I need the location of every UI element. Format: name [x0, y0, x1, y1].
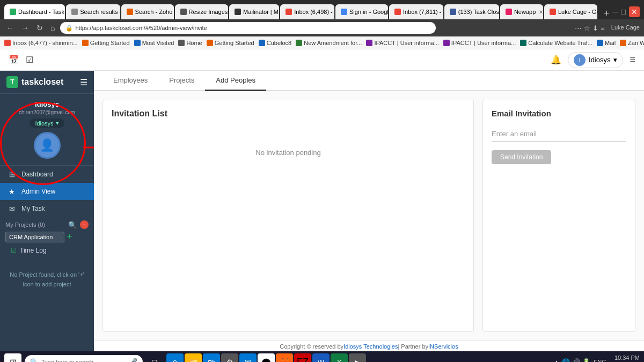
- project-name-input[interactable]: [5, 232, 64, 242]
- send-invitation-button[interactable]: Send Invitation: [492, 150, 551, 164]
- sidebar-item-dashboard[interactable]: ⊞ Dashboard: [0, 166, 94, 183]
- excel-app[interactable]: X: [331, 353, 348, 362]
- check-icon[interactable]: ☑: [26, 55, 33, 65]
- filezilla-app[interactable]: FZ: [294, 353, 311, 362]
- firefox-app[interactable]: 🦊: [276, 353, 293, 362]
- email-invitation-panel: Email Invitation Send Invitation: [482, 100, 635, 332]
- sidebar-toggle-button[interactable]: ☰: [80, 77, 87, 87]
- microphone-icon: 🎤: [128, 358, 137, 362]
- tab-luke[interactable]: Luke Cage - Goo... ✕: [544, 4, 597, 19]
- email-invitation-input[interactable]: [492, 127, 626, 142]
- start-button[interactable]: ⊞: [4, 353, 21, 362]
- forward-button[interactable]: →: [19, 23, 31, 33]
- tab-projects[interactable]: Projects: [158, 71, 205, 91]
- up-arrow-icon[interactable]: ▲: [553, 358, 560, 362]
- taskbar-search-box[interactable]: 🔍 Type here to search 🎤: [25, 355, 143, 362]
- bookmark-getting-started2[interactable]: Getting Started: [207, 40, 254, 46]
- bookmark-ipacct1[interactable]: IPACCT | User informa...: [366, 40, 438, 46]
- tab-zoho[interactable]: Search - Zoho M... ✕: [121, 4, 174, 19]
- tab-resize[interactable]: Resize Images O... ✕: [175, 4, 229, 19]
- tab-search-results[interactable]: Search results - s... ✕: [66, 4, 120, 19]
- calendar-icon[interactable]: 📅: [9, 55, 19, 65]
- tab-taskcloset[interactable]: (133) Task Closet ... ✕: [444, 4, 499, 19]
- no-invitation-message: No invitation pending: [112, 127, 465, 178]
- home-button[interactable]: ⌂: [48, 23, 57, 33]
- bookmark-inbox[interactable]: Inbox (6,477) - shinmin...: [4, 40, 78, 46]
- projects-label: My Projects (0): [5, 221, 45, 228]
- clock-time: 10:34 PM: [610, 354, 640, 362]
- bookmark-getting-started[interactable]: Getting Started: [82, 40, 130, 46]
- tab-mailinator[interactable]: Mailinator | Mai... ✕: [229, 4, 279, 19]
- remove-project-button[interactable]: −: [80, 220, 89, 229]
- file-explorer-app[interactable]: 📁: [185, 353, 202, 362]
- maximize-button[interactable]: □: [621, 8, 626, 16]
- chevron-down-icon: ▾: [613, 56, 617, 64]
- tab-employees[interactable]: Employees: [103, 71, 158, 91]
- company-name: Idiosys: [35, 120, 53, 127]
- logo-text: taskcloset: [21, 77, 63, 87]
- bookmark-mail[interactable]: Mail: [597, 40, 616, 46]
- volume-icon: 🔊: [572, 358, 580, 362]
- extensions-button[interactable]: ⋯: [575, 24, 582, 32]
- sidebar-nav: ⊞ Dashboard ★ Admin View ✉ My Task My Pr…: [0, 166, 94, 351]
- sidebar-company[interactable]: Idiosys ▾: [30, 119, 64, 128]
- tabs-bar: Employees Projects Add Peoples: [94, 71, 644, 91]
- bookmark-most-visited[interactable]: Most Visited: [134, 40, 174, 46]
- task-view-button[interactable]: ⊟: [146, 353, 163, 362]
- tab-inbox1[interactable]: Inbox (6,498) - sh... ✕: [280, 4, 334, 19]
- main-content: Employees Projects Add Peoples Invitatio…: [94, 71, 644, 351]
- new-tab-button[interactable]: +: [601, 8, 613, 19]
- close-button[interactable]: ✕: [629, 6, 640, 17]
- bookmark-button[interactable]: ☆: [584, 24, 590, 32]
- tab-favicon: [10, 9, 16, 15]
- search-projects-button[interactable]: 🔍: [68, 221, 77, 229]
- chrome-app[interactable]: ⬤: [258, 353, 275, 362]
- tab-favicon: [550, 9, 556, 15]
- taskbar: ⊞ 🔍 Type here to search 🎤 ⊟ e 📁 🛍 ⚙ ✉ ⬤ …: [0, 351, 644, 362]
- header-left: 📅 ☑: [9, 55, 33, 65]
- bookmark-traf[interactable]: Calculate Website Traf...: [520, 40, 592, 46]
- tab-favicon: [394, 9, 401, 15]
- footer-link-idiosys[interactable]: Idiosys Technologies: [343, 343, 398, 350]
- notification-button[interactable]: 🔔: [551, 55, 561, 65]
- sidebar-item-label: Admin View: [21, 188, 55, 195]
- tab-favicon: [450, 9, 456, 15]
- add-project-button[interactable]: +: [67, 231, 72, 242]
- tab-add-peoples[interactable]: Add Peoples: [205, 71, 266, 91]
- edge-app[interactable]: e: [166, 353, 184, 362]
- settings-app[interactable]: ⚙: [221, 353, 238, 362]
- bookmark-ipacct2[interactable]: IPACCT | User informa...: [443, 40, 516, 46]
- store-app[interactable]: 🛍: [203, 353, 220, 362]
- tab-dashboard[interactable]: Dashboard - Task Clo... ✕: [4, 4, 65, 19]
- menu-button[interactable]: ≡: [601, 24, 605, 32]
- terminal-app[interactable]: ▶: [349, 353, 366, 362]
- bookmark-home[interactable]: Home: [178, 40, 202, 46]
- language-indicator: ENG: [594, 359, 606, 362]
- tab-newapp[interactable]: Newapp ✕: [500, 4, 543, 19]
- star-icon: ★: [8, 187, 16, 196]
- download-button[interactable]: ⬇: [592, 24, 598, 32]
- user-pill[interactable]: I Idiosys ▾: [568, 52, 623, 68]
- footer-link-inservicios[interactable]: INServicios: [428, 343, 458, 350]
- bookmark-cubeloc8[interactable]: Cubeloc8: [259, 40, 291, 46]
- tab-favicon: [506, 9, 512, 15]
- reload-button[interactable]: ↻: [34, 23, 45, 33]
- word-app[interactable]: W: [312, 353, 330, 362]
- mail-app[interactable]: ✉: [239, 353, 257, 362]
- taskbar-clock: 10:34 PM 05-09-2019: [610, 354, 640, 362]
- header-menu-icon[interactable]: ≡: [630, 54, 635, 65]
- sidebar-item-my-task[interactable]: ✉ My Task: [0, 200, 94, 217]
- back-button[interactable]: ←: [4, 23, 16, 33]
- tab-signin[interactable]: Sign in - Google ... ✕: [335, 4, 388, 19]
- windows-icon: ⊞: [10, 357, 17, 363]
- tab-close[interactable]: ✕: [539, 9, 543, 15]
- bookmark-zari[interactable]: Zari Work Sarees, Onli...: [620, 40, 644, 46]
- bookmark-amendment[interactable]: New Amendment for...: [296, 40, 362, 46]
- sidebar-user: Idiosys chiran2007@gmail.com Idiosys ▾ 👤: [0, 94, 94, 166]
- sidebar-item-admin-view[interactable]: ★ Admin View: [0, 183, 94, 200]
- address-box[interactable]: 🔒 https://app.taskcloset.com/#/520/admin…: [60, 22, 436, 34]
- header-username: Idiosys: [589, 56, 610, 64]
- tab-inbox2[interactable]: Inbox (7,811) - ch... ✕: [389, 4, 443, 19]
- minimize-button[interactable]: ─: [613, 8, 618, 16]
- sidebar-item-time-log[interactable]: ☑ Time Log: [5, 245, 89, 256]
